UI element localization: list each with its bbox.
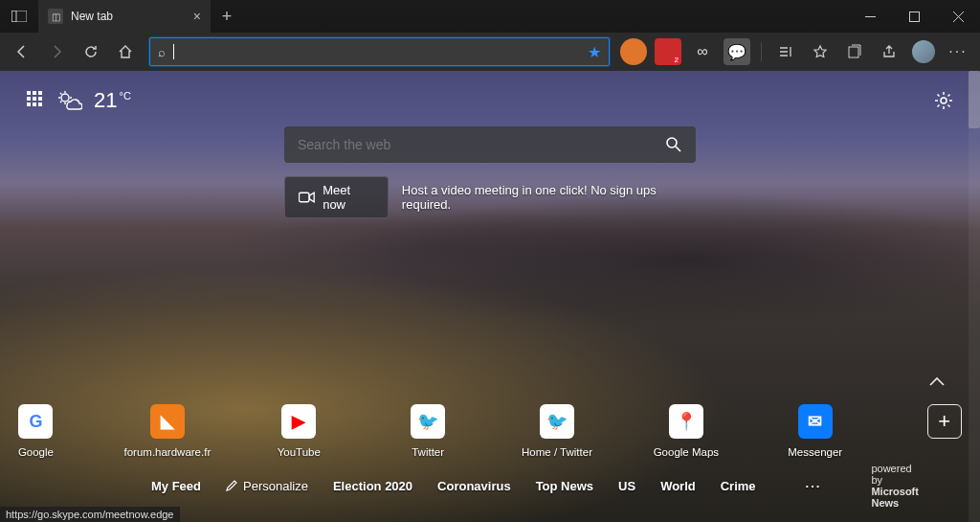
svg-point-8 (941, 98, 947, 103)
address-input[interactable] (174, 45, 588, 59)
tile-icon: 🐦 (411, 404, 445, 439)
svg-rect-6 (849, 47, 858, 57)
menu-button[interactable]: ··· (942, 35, 974, 68)
window-maximize-button[interactable] (892, 0, 936, 33)
quick-link-tile[interactable]: ▶YouTube (263, 404, 335, 458)
quick-link-tile[interactable]: 📍Google Maps (650, 404, 722, 458)
tile-label: Google (18, 446, 54, 458)
web-search-box[interactable] (284, 126, 696, 163)
svg-point-7 (61, 94, 69, 102)
tile-icon: 📍 (669, 404, 703, 439)
tile-label: forum.hardware.fr (123, 446, 211, 458)
share-icon[interactable] (873, 35, 905, 68)
weather-widget[interactable]: 21°C (27, 88, 131, 113)
titlebar: ◫ New tab × + (0, 0, 980, 33)
meet-now-description: Host a video meeting in one click! No si… (402, 183, 696, 212)
toolbar: ⌕ ★ 2 ∞ 💬 ··· (0, 33, 980, 71)
powered-by-label: powered by Microsoft News (871, 463, 919, 509)
feed-category[interactable]: US (618, 479, 635, 493)
extension-icon-2[interactable]: 2 (655, 38, 681, 65)
forward-button[interactable] (40, 35, 73, 68)
meet-now-button[interactable]: Meet now (284, 176, 389, 218)
new-tab-page: 21°C Meet now Host a video meeting in on… (0, 71, 980, 522)
tile-icon: ✉ (798, 404, 833, 439)
feed-category[interactable]: Crime (721, 479, 756, 493)
web-search-input[interactable] (298, 137, 665, 152)
svg-rect-11 (299, 193, 308, 202)
tile-icon: ▶ (281, 404, 316, 439)
favorite-star-icon[interactable]: ★ (588, 43, 601, 61)
tile-label: Google Maps (654, 446, 719, 458)
tab-close-icon[interactable]: × (193, 9, 201, 24)
refresh-button[interactable] (75, 35, 107, 68)
svg-rect-0 (11, 11, 27, 22)
tile-label: Home / Twitter (522, 446, 592, 458)
toolbar-separator (761, 42, 762, 61)
feed-category[interactable]: World (660, 479, 696, 493)
feed-category[interactable]: Top News (536, 479, 593, 493)
new-tab-button[interactable]: + (211, 0, 243, 33)
tab-title: New tab (71, 10, 186, 23)
svg-rect-1 (11, 11, 16, 22)
meet-now-label: Meet now (323, 183, 374, 212)
svg-point-9 (667, 138, 677, 148)
quick-links: GGoogle◣forum.hardware.fr▶YouTube🐦Twitte… (0, 404, 980, 458)
expand-feed-icon[interactable] (928, 375, 946, 387)
weather-icon (57, 90, 82, 111)
tab-favicon: ◫ (48, 9, 63, 24)
profile-avatar[interactable] (907, 35, 940, 68)
web-search-icon[interactable] (665, 136, 682, 153)
tile-icon: ◣ (150, 404, 185, 439)
feed-category[interactable]: Election 2020 (333, 479, 412, 493)
search-icon: ⌕ (158, 45, 166, 59)
browser-tab[interactable]: ◫ New tab × (38, 0, 211, 33)
window-close-button[interactable] (936, 0, 980, 33)
svg-line-10 (676, 147, 680, 151)
tile-label: Messenger (788, 446, 842, 458)
tab-actions-icon[interactable] (0, 0, 38, 33)
quick-link-tile[interactable]: 🐦Twitter (392, 404, 464, 458)
back-button[interactable] (6, 35, 38, 68)
feed-category[interactable]: Coronavirus (437, 479, 511, 493)
extension-icon-1[interactable] (620, 38, 647, 65)
tile-icon: 🐦 (540, 404, 574, 439)
feed-more-icon[interactable]: ··· (806, 479, 822, 493)
weather-temperature: 21°C (94, 88, 131, 113)
page-settings-button[interactable] (934, 91, 953, 110)
quick-link-tile[interactable]: 🐦Home / Twitter (522, 404, 593, 458)
feed-myfeed[interactable]: My Feed (151, 479, 201, 493)
quick-link-tile[interactable]: GGoogle (0, 404, 72, 458)
feed-bar: My Feed Personalize Election 2020Coronav… (0, 463, 980, 509)
video-icon (299, 191, 315, 204)
status-bar: https://go.skype.com/meetnow.edge (0, 507, 180, 522)
home-button[interactable] (109, 35, 142, 68)
reading-list-icon[interactable] (769, 35, 802, 68)
plus-icon: + (927, 404, 962, 439)
extension-icon-4[interactable]: 💬 (724, 38, 750, 65)
pencil-icon (226, 480, 237, 491)
window-minimize-button[interactable] (848, 0, 892, 33)
quick-link-tile[interactable]: ◣forum.hardware.fr (129, 404, 206, 458)
svg-rect-3 (909, 11, 919, 21)
tile-label: YouTube (278, 446, 321, 458)
favorites-icon[interactable] (804, 35, 836, 68)
quick-link-tile[interactable]: ✉Messenger (779, 404, 851, 458)
tile-label: Twitter (412, 446, 444, 458)
feed-personalize[interactable]: Personalize (226, 479, 308, 493)
apps-grid-icon[interactable] (27, 91, 46, 110)
add-quick-link-button[interactable]: + (908, 404, 980, 458)
address-bar[interactable]: ⌕ ★ (149, 37, 610, 66)
tile-icon: G (18, 404, 53, 439)
collections-icon[interactable] (838, 35, 871, 68)
extension-icon-3[interactable]: ∞ (689, 38, 716, 65)
